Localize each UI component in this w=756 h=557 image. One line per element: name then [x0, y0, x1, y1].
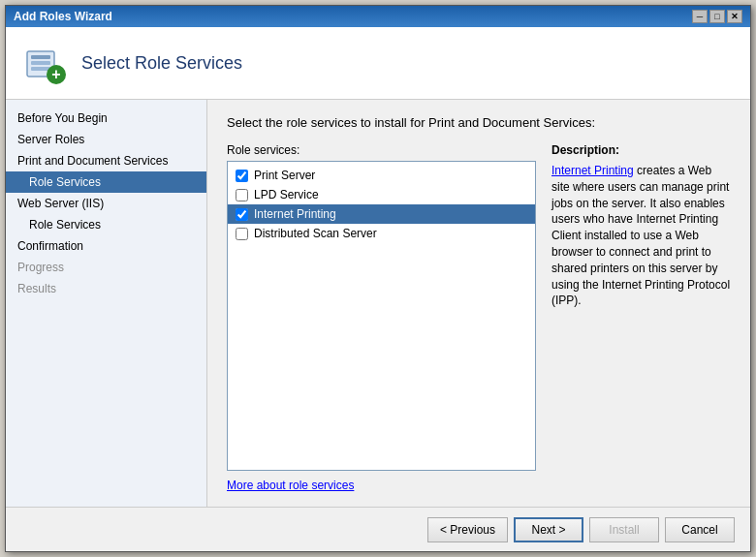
services-listbox: Print ServerLPD ServiceInternet Printing…: [227, 161, 536, 471]
main-content: Select the role services to install for …: [207, 100, 750, 507]
service-checkbox-3[interactable]: [236, 228, 248, 240]
header: + Select Role Services: [6, 27, 750, 100]
service-item-0[interactable]: Print Server: [228, 166, 535, 185]
sidebar-item-5[interactable]: Role Services: [6, 214, 206, 235]
content-area: Before You BeginServer RolesPrint and Do…: [6, 100, 750, 507]
previous-button[interactable]: < Previous: [427, 517, 508, 542]
maximize-button[interactable]: □: [709, 10, 725, 23]
sidebar: Before You BeginServer RolesPrint and Do…: [6, 100, 207, 507]
description-panel: Description: Internet Printing creates a…: [551, 143, 731, 471]
close-button[interactable]: ✕: [727, 10, 742, 23]
svg-rect-2: [31, 61, 50, 65]
service-checkbox-1[interactable]: [236, 189, 248, 201]
svg-text:+: +: [51, 66, 60, 82]
sidebar-item-4[interactable]: Web Server (IIS): [6, 193, 206, 214]
sidebar-item-0[interactable]: Before You Begin: [6, 108, 206, 129]
service-checkbox-0[interactable]: [236, 170, 248, 182]
sidebar-item-3[interactable]: Role Services: [6, 171, 206, 193]
service-item-2[interactable]: Internet Printing: [228, 204, 535, 224]
footer: < Previous Next > Install Cancel: [6, 507, 750, 551]
service-item-1[interactable]: LPD Service: [228, 185, 535, 204]
wizard-icon: +: [21, 40, 68, 86]
sidebar-item-6[interactable]: Confirmation: [6, 235, 206, 257]
sidebar-item-1[interactable]: Server Roles: [6, 129, 206, 150]
role-services-panel: Role services: Print ServerLPD ServiceIn…: [227, 143, 536, 471]
title-bar: Add Roles Wizard ─ □ ✕: [6, 6, 750, 27]
svg-rect-1: [31, 55, 50, 59]
title-bar-buttons: ─ □ ✕: [692, 10, 742, 23]
service-label-3: Distributed Scan Server: [254, 227, 377, 240]
minimize-button[interactable]: ─: [692, 10, 708, 23]
service-label-1: LPD Service: [254, 188, 319, 201]
two-column-layout: Role services: Print ServerLPD ServiceIn…: [227, 143, 731, 471]
description-link[interactable]: Internet Printing: [551, 164, 634, 177]
page-title: Select Role Services: [81, 53, 242, 74]
description-text: Internet Printing creates a Web site whe…: [551, 163, 731, 309]
service-label-0: Print Server: [254, 169, 315, 182]
main-window: Add Roles Wizard ─ □ ✕ + Select Role Ser…: [5, 5, 751, 552]
cancel-button[interactable]: Cancel: [665, 517, 735, 542]
sidebar-item-7: Progress: [6, 257, 206, 278]
role-services-label: Role services:: [227, 143, 536, 157]
next-button[interactable]: Next >: [514, 517, 583, 542]
service-checkbox-2[interactable]: [236, 208, 248, 221]
service-item-3[interactable]: Distributed Scan Server: [228, 224, 535, 243]
svg-rect-3: [31, 67, 50, 71]
sidebar-item-8: Results: [6, 278, 206, 299]
service-label-2: Internet Printing: [254, 207, 336, 221]
install-button[interactable]: Install: [589, 517, 659, 542]
main-description: Select the role services to install for …: [227, 115, 731, 130]
description-label: Description:: [551, 143, 731, 157]
more-link-container: More about role services: [227, 479, 731, 492]
more-about-link[interactable]: More about role services: [227, 479, 354, 492]
sidebar-item-2[interactable]: Print and Document Services: [6, 150, 206, 171]
window-title: Add Roles Wizard: [14, 10, 112, 23]
description-body: creates a Web site where users can manag…: [551, 164, 730, 307]
